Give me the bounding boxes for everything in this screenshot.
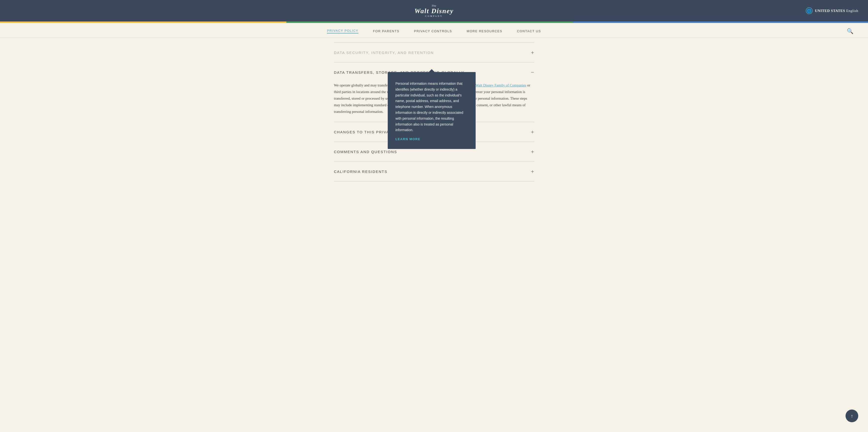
tooltip-learn-more-link[interactable]: LEARN MORE xyxy=(396,136,421,142)
tooltip-body: Personal information means information t… xyxy=(396,81,468,133)
tooltip-overlay[interactable]: Personal information means information t… xyxy=(0,0,868,196)
personal-info-tooltip: Personal information means information t… xyxy=(388,72,476,149)
